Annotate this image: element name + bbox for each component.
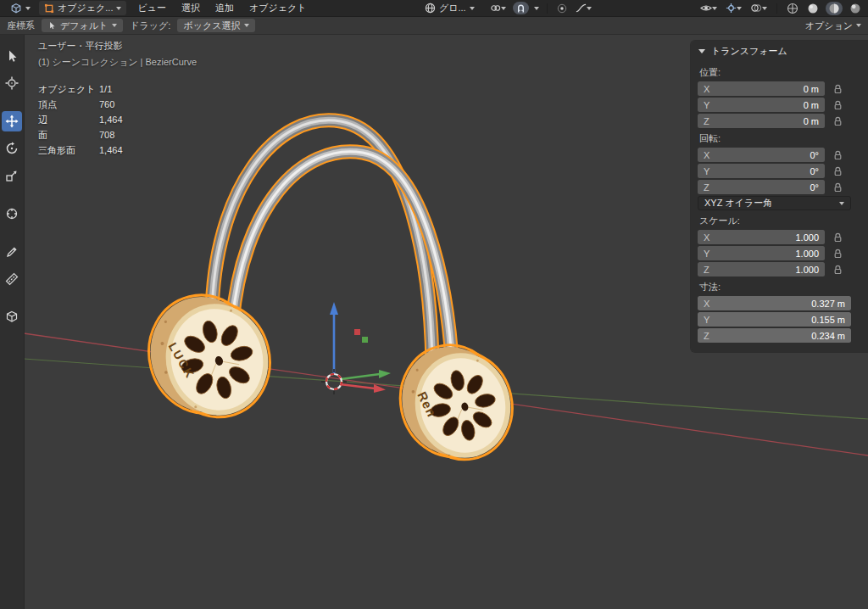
- stat-value: 1,464: [99, 115, 197, 126]
- transform-orientation-dropdown[interactable]: グロ...: [420, 1, 480, 15]
- dimensions-label: 寸法:: [699, 281, 868, 293]
- tool-add-primitive-button[interactable]: [2, 307, 22, 327]
- scale-y-field[interactable]: Y 1.000: [698, 246, 825, 260]
- gizmos-dropdown[interactable]: [724, 3, 743, 14]
- lock-icon[interactable]: [825, 265, 851, 275]
- dimensions-z-row: Z 0.234 m: [698, 328, 868, 343]
- editor-type-dropdown[interactable]: [5, 2, 36, 15]
- rotation-mode-dropdown[interactable]: XYZ オイラー角: [698, 196, 851, 210]
- separator: [776, 3, 777, 14]
- stat-value: 760: [99, 99, 197, 110]
- lock-icon[interactable]: [825, 116, 851, 126]
- tool-select-button[interactable]: [2, 46, 22, 66]
- menu-view[interactable]: ビュー: [130, 1, 174, 15]
- eye-icon: [700, 3, 712, 14]
- chevron-down-icon: [839, 202, 844, 205]
- menu-select[interactable]: 選択: [174, 1, 208, 15]
- object-mode-icon: [44, 3, 54, 14]
- lock-icon[interactable]: [825, 166, 851, 176]
- shading-wireframe-icon: [787, 3, 798, 14]
- shading-wireframe-button[interactable]: [785, 3, 800, 14]
- stat-label: オブジェクト: [38, 84, 96, 95]
- chevron-down-icon: [856, 24, 861, 27]
- stat-label: 辺: [38, 115, 96, 126]
- visibility-dropdown[interactable]: [698, 3, 719, 14]
- lock-icon[interactable]: [825, 249, 851, 259]
- dimensions-z-field[interactable]: Z 0.234 m: [698, 328, 851, 343]
- options-label[interactable]: オプション: [805, 20, 853, 32]
- tool-rotate-button[interactable]: [2, 138, 22, 159]
- panel-title: トランスフォーム: [711, 45, 787, 58]
- tool-scale-button[interactable]: [2, 165, 22, 186]
- rotation-mode-label: XYZ オイラー角: [704, 197, 772, 210]
- viewport-header: オブジェク... ビュー 選択 追加 オブジェクト グロ...: [0, 0, 868, 17]
- location-y-row: Y 0 m: [698, 98, 868, 112]
- collapse-arrow-icon: [698, 49, 705, 53]
- viewport-overlay-info: ユーザー・平行投影 (1) シーンコレクション | BezierCurve オブ…: [38, 41, 197, 156]
- scale-z-field[interactable]: Z 1.000: [698, 262, 825, 277]
- lock-icon[interactable]: [825, 84, 851, 94]
- drag-dropdown-label: ボックス選択: [183, 20, 240, 32]
- shading-solid-button[interactable]: [805, 3, 821, 14]
- rotation-label: 回転:: [699, 132, 868, 145]
- shading-material-button[interactable]: [826, 2, 843, 15]
- location-z-field[interactable]: Z 0 m: [698, 114, 825, 128]
- location-z-row: Z 0 m: [698, 114, 868, 128]
- mode-dropdown[interactable]: オブジェク...: [39, 1, 126, 15]
- pivot-point-dropdown[interactable]: [488, 3, 508, 14]
- lock-icon[interactable]: [825, 100, 851, 110]
- rotation-z-row: Z 0°: [698, 180, 868, 194]
- separator: [547, 3, 548, 14]
- toolbar: [0, 34, 25, 609]
- chevron-down-icon: [470, 7, 475, 10]
- mode-dropdown-label: オブジェク...: [58, 2, 113, 14]
- drag-label: ドラッグ:: [130, 20, 170, 32]
- chevron-down-icon: [116, 7, 121, 10]
- drag-dropdown[interactable]: ボックス選択: [177, 19, 255, 32]
- magnet-icon: [515, 3, 526, 14]
- snap-settings-dropdown[interactable]: [534, 7, 539, 10]
- tool-move-button[interactable]: [2, 111, 22, 131]
- lock-icon[interactable]: [825, 232, 851, 243]
- orientation-label: グロ...: [439, 2, 466, 14]
- scale-x-field[interactable]: X 1.000: [698, 230, 825, 244]
- proportional-edit-toggle[interactable]: [555, 3, 569, 14]
- lock-icon[interactable]: [825, 182, 851, 193]
- tool-cursor-button[interactable]: [2, 73, 22, 93]
- shading-rendered-button[interactable]: [848, 3, 863, 14]
- location-x-field[interactable]: X 0 m: [698, 81, 825, 96]
- rotation-y-field[interactable]: Y 0°: [698, 164, 825, 178]
- snap-toggle[interactable]: [513, 2, 529, 14]
- dimensions-x-field[interactable]: X 0.327 m: [698, 296, 851, 310]
- location-y-field[interactable]: Y 0 m: [698, 98, 825, 112]
- scale-z-row: Z 1.000: [698, 262, 868, 277]
- dimensions-y-field[interactable]: Y 0.155 m: [698, 312, 851, 327]
- rotate-tool-icon: [5, 142, 19, 155]
- menu-object[interactable]: オブジェクト: [242, 1, 314, 15]
- overlays-icon: [750, 3, 762, 14]
- overlays-dropdown[interactable]: [748, 3, 769, 14]
- cursor-tool-icon: [5, 76, 19, 90]
- stat-label: 面: [38, 130, 96, 141]
- pivot-icon: [490, 3, 501, 14]
- falloff-dropdown[interactable]: [574, 3, 593, 14]
- add-cube-icon: [5, 310, 19, 324]
- earpiece-left: LUCK: [136, 281, 282, 431]
- menu-add[interactable]: 追加: [208, 1, 242, 15]
- lock-icon[interactable]: [825, 150, 851, 160]
- shading-rendered-icon: [849, 3, 861, 14]
- chevron-down-icon: [712, 7, 717, 10]
- coord-dropdown[interactable]: デフォルト: [42, 19, 123, 32]
- shading-material-icon: [828, 3, 840, 14]
- globe-icon: [425, 3, 436, 14]
- tool-annotate-button[interactable]: [2, 242, 22, 262]
- chevron-down-icon: [762, 7, 767, 10]
- tool-transform-button[interactable]: [2, 204, 22, 224]
- scene-stats: オブジェクト1/1 頂点760 辺1,464 面708 三角形面1,464: [38, 84, 197, 156]
- rotation-x-field[interactable]: X 0°: [698, 148, 825, 162]
- tool-measure-button[interactable]: [2, 269, 22, 289]
- rotation-z-field[interactable]: Z 0°: [698, 180, 825, 194]
- breadcrumb: (1) シーンコレクション | BezierCurve: [38, 57, 197, 68]
- transform-panel-header[interactable]: トランスフォーム: [691, 41, 868, 62]
- chevron-down-icon: [112, 24, 117, 27]
